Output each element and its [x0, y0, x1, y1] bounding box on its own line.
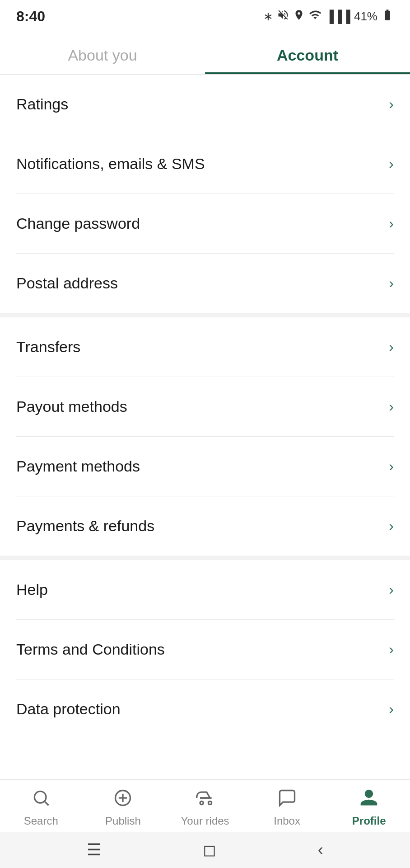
nav-item-search[interactable]: Search	[14, 788, 68, 827]
signal-icon: ▐▐▐	[326, 9, 350, 24]
bottom-nav: Search Publish Your rides	[0, 779, 410, 832]
status-icons: ∗ ▐▐▐ 41%	[263, 9, 394, 24]
chevron-right-icon: ›	[389, 458, 394, 475]
menu-item-transfers[interactable]: Transfers ›	[16, 317, 394, 377]
section-divider-1	[0, 313, 410, 317]
menu-section-1: Ratings › Notifications, emails & SMS › …	[0, 75, 410, 313]
chevron-right-icon: ›	[389, 275, 394, 292]
menu-section-2: Transfers › Payout methods › Payment met…	[0, 317, 410, 556]
status-bar: 8:40 ∗ ▐▐▐ 41%	[0, 0, 410, 29]
rides-icon	[195, 788, 215, 811]
svg-point-5	[200, 801, 203, 804]
chevron-right-icon: ›	[389, 156, 394, 172]
profile-icon	[359, 788, 379, 811]
mute-icon	[277, 9, 289, 24]
tab-account[interactable]: Account	[205, 34, 410, 74]
section-divider-2	[0, 556, 410, 560]
nav-item-inbox[interactable]: Inbox	[260, 788, 314, 827]
chevron-right-icon: ›	[389, 641, 394, 658]
android-home-btn[interactable]: ◻	[203, 840, 216, 859]
nav-item-profile[interactable]: Profile	[342, 788, 396, 827]
chevron-right-icon: ›	[389, 518, 394, 534]
tab-header: About you Account	[0, 34, 410, 75]
menu-item-notifications[interactable]: Notifications, emails & SMS ›	[16, 134, 394, 194]
nav-label-rides: Your rides	[181, 815, 229, 827]
android-menu-btn[interactable]: ☰	[87, 840, 101, 859]
nav-label-profile: Profile	[352, 815, 386, 827]
battery-icon	[381, 9, 394, 24]
bluetooth-icon: ∗	[263, 9, 273, 24]
chevron-right-icon: ›	[389, 398, 394, 415]
menu-item-terms[interactable]: Terms and Conditions ›	[16, 620, 394, 679]
location-icon	[293, 9, 305, 24]
battery-text: 41%	[354, 9, 377, 24]
publish-icon	[113, 788, 133, 811]
chevron-right-icon: ›	[389, 96, 394, 113]
search-icon	[31, 788, 51, 811]
menu-item-ratings[interactable]: Ratings ›	[16, 75, 394, 134]
svg-point-0	[34, 791, 46, 803]
menu-section-3: Help › Terms and Conditions › Data prote…	[0, 560, 410, 739]
android-home-bar: ☰ ◻ ‹	[0, 832, 410, 868]
menu-item-help[interactable]: Help ›	[16, 560, 394, 620]
nav-label-inbox: Inbox	[274, 815, 300, 827]
menu-item-payout-methods[interactable]: Payout methods ›	[16, 377, 394, 437]
nav-label-search: Search	[24, 815, 58, 827]
wifi-icon	[308, 9, 322, 24]
chevron-right-icon: ›	[389, 701, 394, 717]
chevron-right-icon: ›	[389, 339, 394, 355]
menu-item-change-password[interactable]: Change password ›	[16, 194, 394, 254]
nav-item-publish[interactable]: Publish	[96, 788, 150, 827]
svg-line-1	[45, 802, 48, 805]
inbox-icon	[277, 788, 297, 811]
nav-label-publish: Publish	[105, 815, 141, 827]
tab-about-you[interactable]: About you	[0, 34, 205, 74]
chevron-right-icon: ›	[389, 581, 394, 598]
chevron-right-icon: ›	[389, 215, 394, 232]
status-time: 8:40	[16, 8, 45, 25]
menu-item-payments-refunds[interactable]: Payments & refunds ›	[16, 496, 394, 556]
nav-item-your-rides[interactable]: Your rides	[178, 788, 232, 827]
menu-item-data-protection[interactable]: Data protection ›	[16, 679, 394, 739]
svg-point-6	[208, 801, 211, 804]
android-back-btn[interactable]: ‹	[318, 840, 323, 859]
menu-item-postal-address[interactable]: Postal address ›	[16, 254, 394, 313]
menu-item-payment-methods[interactable]: Payment methods ›	[16, 437, 394, 496]
